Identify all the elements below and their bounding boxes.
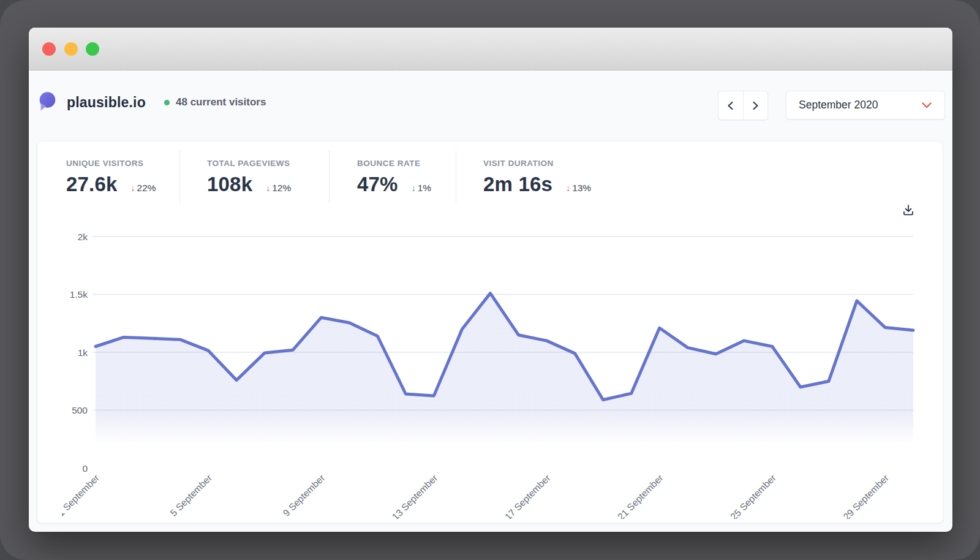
period-selector-dropdown[interactable]: September 2020 xyxy=(786,91,945,119)
stat-value: 27.6k xyxy=(66,173,118,196)
chevron-right-icon xyxy=(752,100,760,111)
previous-period-button[interactable] xyxy=(718,91,744,119)
desktop-background: plausible.io 48 current visitors Septemb… xyxy=(0,0,980,560)
stat-label: UNIQUE VISITORS xyxy=(66,159,179,168)
stat-label: VISIT DURATION xyxy=(483,159,591,168)
svg-text:25 September: 25 September xyxy=(728,472,778,519)
arrow-down-icon: ↓ xyxy=(266,183,270,193)
window-titlebar xyxy=(29,28,952,70)
site-name: plausible.io xyxy=(67,94,146,111)
stat-total-pageviews[interactable]: TOTAL PAGEVIEWS 108k ↓12% xyxy=(180,150,330,203)
dashboard-card: UNIQUE VISITORS 27.6k ↓22% TOTAL PAGEVIE… xyxy=(37,141,943,523)
download-icon xyxy=(902,203,915,217)
top-stats: UNIQUE VISITORS 27.6k ↓22% TOTAL PAGEVIE… xyxy=(66,150,918,203)
svg-text:500: 500 xyxy=(72,405,88,415)
stat-value: 108k xyxy=(207,173,252,196)
svg-text:1 September: 1 September xyxy=(62,472,101,518)
browser-window: plausible.io 48 current visitors Septemb… xyxy=(29,28,952,532)
stat-delta: 12% xyxy=(272,183,291,194)
download-export-button[interactable] xyxy=(901,203,916,218)
current-visitors[interactable]: 48 current visitors xyxy=(164,91,266,113)
svg-text:1k: 1k xyxy=(78,347,88,358)
stat-bounce-rate[interactable]: BOUNCE RATE 47% ↓1% xyxy=(330,150,456,203)
stat-label: TOTAL PAGEVIEWS xyxy=(207,159,329,168)
stat-visit-duration[interactable]: VISIT DURATION 2m 16s ↓13% xyxy=(456,150,591,203)
period-selector-value: September 2020 xyxy=(799,99,878,112)
svg-text:1.5k: 1.5k xyxy=(70,289,88,300)
stat-label: BOUNCE RATE xyxy=(357,159,456,168)
stat-value: 47% xyxy=(357,173,398,196)
stat-value: 2m 16s xyxy=(483,173,552,196)
stat-delta: 13% xyxy=(572,183,591,194)
next-period-button[interactable] xyxy=(744,91,768,119)
visitors-chart: 05001k1.5k2k1 September5 September9 Sept… xyxy=(62,226,919,519)
minimize-button[interactable] xyxy=(64,42,78,56)
svg-text:5 September: 5 September xyxy=(168,472,214,518)
arrow-down-icon: ↓ xyxy=(131,183,135,193)
stat-unique-visitors[interactable]: UNIQUE VISITORS 27.6k ↓22% xyxy=(66,150,180,203)
period-nav xyxy=(718,91,768,120)
current-visitors-label: 48 current visitors xyxy=(176,96,266,108)
svg-text:29 September: 29 September xyxy=(841,472,891,519)
stat-delta: 22% xyxy=(137,183,156,194)
chevron-left-icon xyxy=(726,100,734,111)
svg-text:0: 0 xyxy=(82,463,88,474)
svg-text:9 September: 9 September xyxy=(281,472,327,518)
zoom-button[interactable] xyxy=(86,42,99,56)
plausible-logo-icon xyxy=(38,91,56,113)
close-button[interactable] xyxy=(42,42,56,56)
svg-text:2k: 2k xyxy=(78,232,88,242)
stat-delta: 1% xyxy=(418,183,431,194)
arrow-down-icon: ↓ xyxy=(412,183,416,193)
svg-text:17 September: 17 September xyxy=(503,472,552,519)
arrow-down-icon: ↓ xyxy=(566,183,570,193)
site-header: plausible.io xyxy=(38,91,146,113)
svg-text:21 September: 21 September xyxy=(616,472,665,519)
live-dot-icon xyxy=(164,100,170,105)
svg-text:13 September: 13 September xyxy=(390,472,440,519)
chevron-down-icon xyxy=(921,102,932,109)
